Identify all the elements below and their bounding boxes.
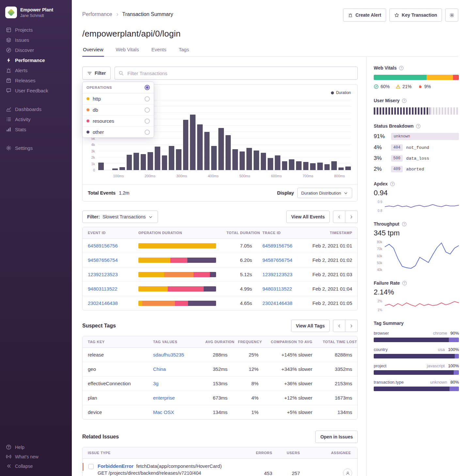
histogram-bar[interactable] xyxy=(162,155,167,170)
search-input[interactable] xyxy=(115,67,358,80)
filter-button[interactable]: Filter xyxy=(82,67,111,80)
question-icon[interactable] xyxy=(402,222,407,227)
histogram-bar[interactable] xyxy=(232,149,238,170)
sidebar-item-activity[interactable]: Activity xyxy=(0,114,72,124)
tag-value-link[interactable]: sdaufhu35235 xyxy=(153,352,184,357)
histogram-bar[interactable] xyxy=(289,159,294,170)
histogram-bar[interactable] xyxy=(261,153,266,170)
sidebar-item-projects[interactable]: Projects xyxy=(0,25,72,35)
histogram-bar[interactable] xyxy=(240,151,245,170)
operations-option-http[interactable]: http xyxy=(83,93,154,104)
histogram-bar[interactable] xyxy=(211,146,217,170)
sidebar-item-releases[interactable]: Releases xyxy=(0,75,72,86)
histogram-bar[interactable] xyxy=(303,162,309,170)
histogram-bar[interactable] xyxy=(190,115,196,170)
histogram-bar[interactable] xyxy=(133,153,139,170)
question-icon[interactable] xyxy=(402,98,407,103)
chart-legend[interactable]: Duration xyxy=(331,90,351,95)
trace-id-link[interactable]: 94803113522 xyxy=(262,286,292,292)
issue-type-link[interactable]: ForbiddenError xyxy=(98,463,133,469)
tag-value-link[interactable]: China xyxy=(153,366,166,372)
tag-value-link[interactable]: Mac OSX xyxy=(153,409,174,415)
question-icon[interactable] xyxy=(399,66,404,71)
histogram-bar[interactable] xyxy=(155,147,160,170)
operation-radio[interactable] xyxy=(145,130,150,135)
histogram-bar[interactable] xyxy=(246,148,252,170)
trace-id-link[interactable]: 12392123523 xyxy=(262,272,292,277)
sidebar-item-stats[interactable]: Stats xyxy=(0,124,72,135)
sidebar-item-dashboards[interactable]: Dashboards xyxy=(0,104,72,114)
display-select[interactable]: Duration Distribution xyxy=(297,188,352,198)
key-transaction-button[interactable]: Key Transaction xyxy=(389,8,442,22)
histogram-bar[interactable] xyxy=(296,161,302,170)
operation-radio[interactable] xyxy=(145,96,150,102)
histogram-bar[interactable] xyxy=(218,128,224,170)
view-all-events-button[interactable]: View All Events xyxy=(286,211,330,223)
assignee-button[interactable] xyxy=(343,468,352,476)
tab-overview[interactable]: Overview xyxy=(82,47,104,56)
sidebar-item-alerts[interactable]: Alerts xyxy=(0,65,72,75)
sidebar-item-performance[interactable]: Performance xyxy=(0,55,72,65)
histogram-bar[interactable] xyxy=(275,155,280,170)
trace-id-link[interactable]: 94587656754 xyxy=(262,257,292,263)
histogram-bar[interactable] xyxy=(268,158,273,170)
settings-button[interactable] xyxy=(445,8,458,22)
operations-all-radio[interactable] xyxy=(145,85,150,90)
operation-radio[interactable] xyxy=(145,119,150,124)
create-alert-button[interactable]: Create Alert xyxy=(343,8,386,22)
breadcrumb-performance-link[interactable]: Performance xyxy=(82,11,112,17)
tag-value-link[interactable]: 3g xyxy=(153,381,159,386)
histogram-bar[interactable] xyxy=(197,124,203,170)
events-filter-select[interactable]: Filter: Slowest Transactions xyxy=(82,211,158,223)
event-id-link[interactable]: 94587656754 xyxy=(88,257,118,263)
event-id-link[interactable]: 23024146438 xyxy=(88,300,118,306)
histogram-bar[interactable] xyxy=(226,135,231,170)
histogram-bar[interactable] xyxy=(112,168,118,170)
tab-web-vitals[interactable]: Web Vitals xyxy=(115,47,140,56)
histogram-bar[interactable] xyxy=(141,154,146,170)
histogram-bar[interactable] xyxy=(183,120,189,170)
issue-checkbox[interactable] xyxy=(88,464,94,469)
histogram-bar[interactable] xyxy=(282,161,288,170)
tags-prev-button[interactable] xyxy=(333,320,345,332)
histogram-bar[interactable] xyxy=(317,163,323,170)
operation-radio[interactable] xyxy=(145,107,150,113)
event-id-link[interactable]: 64589156756 xyxy=(88,243,118,248)
histogram-bar[interactable] xyxy=(169,146,174,170)
sidebar-item-settings[interactable]: Settings xyxy=(0,143,72,153)
sidebar-item-discover[interactable]: Discover xyxy=(0,45,72,55)
operations-option-resources[interactable]: resources xyxy=(83,115,154,126)
tags-next-button[interactable] xyxy=(345,320,358,332)
sidebar-item-issues[interactable]: Issues xyxy=(0,35,72,45)
tag-value-link[interactable]: enterprise xyxy=(153,395,175,401)
events-next-button[interactable] xyxy=(345,211,358,223)
question-icon[interactable] xyxy=(402,281,407,286)
histogram-bar[interactable] xyxy=(310,163,316,170)
histogram-bar[interactable] xyxy=(98,163,104,170)
histogram-bar[interactable] xyxy=(331,161,337,170)
question-icon[interactable] xyxy=(390,182,395,186)
sidebar-item-user-feedback[interactable]: User Feedback xyxy=(0,86,72,96)
histogram-bar[interactable] xyxy=(338,167,344,170)
sidebar-item-collapse[interactable]: Collapse xyxy=(0,461,72,471)
operations-option-other[interactable]: other xyxy=(83,126,154,137)
histogram-bar[interactable] xyxy=(119,167,125,170)
trace-id-link[interactable]: 64589156756 xyxy=(262,243,292,248)
histogram-bar[interactable] xyxy=(148,152,153,170)
histogram-bar[interactable] xyxy=(176,149,181,170)
histogram-bar[interactable] xyxy=(204,132,210,170)
operations-option-db[interactable]: db xyxy=(83,104,154,115)
view-all-tags-button[interactable]: View All Tags xyxy=(291,320,330,332)
sidebar-item-help[interactable]: Help xyxy=(0,442,72,452)
event-id-link[interactable]: 12392123523 xyxy=(88,272,118,277)
org-switcher[interactable]: Empower Plant Jane Schmidt xyxy=(0,5,72,25)
events-prev-button[interactable] xyxy=(333,211,345,223)
trace-id-link[interactable]: 23024146438 xyxy=(262,300,292,306)
open-in-issues-button[interactable]: Open in Issues xyxy=(315,431,358,443)
histogram-bar[interactable] xyxy=(127,155,132,170)
histogram-bar[interactable] xyxy=(345,167,351,170)
tab-events[interactable]: Events xyxy=(151,47,167,56)
tab-tags[interactable]: Tags xyxy=(178,47,190,56)
histogram-bar[interactable] xyxy=(324,164,330,170)
event-id-link[interactable]: 94803113522 xyxy=(88,286,118,292)
